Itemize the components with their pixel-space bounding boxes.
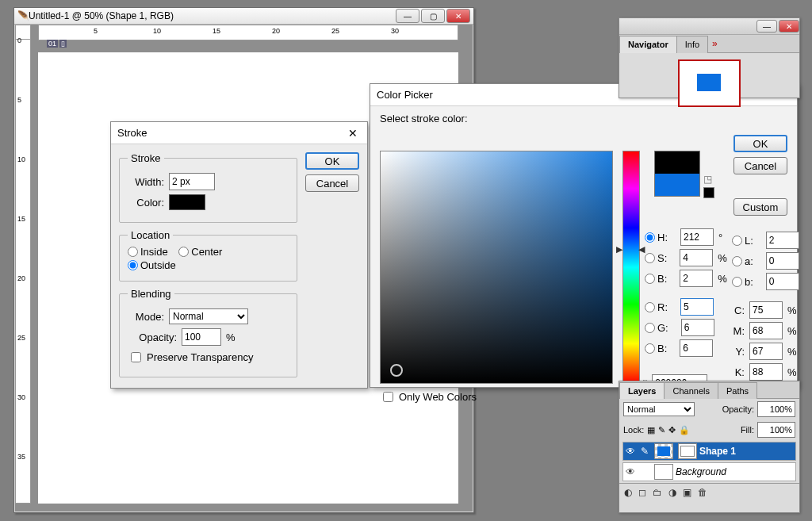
s-input[interactable] [680,249,713,266]
tab-channels[interactable]: Channels [664,382,718,399]
navigator-thumbnail[interactable] [678,59,741,107]
stroke-color-label: Color: [128,197,164,209]
layer-row-shape1[interactable]: 👁 ✎ Shape 1 [622,442,796,461]
layer-mode-select[interactable]: Normal [623,402,695,416]
document-title: Untitled-1 @ 50% (Shape 1, RGB) [29,10,174,21]
radio-outside[interactable]: Outside [128,259,176,271]
tab-info[interactable]: Info [676,36,708,53]
radio-bc[interactable]: B: [645,343,667,354]
y-input[interactable] [749,343,783,360]
maximize-button[interactable]: ▢ [421,9,445,23]
stroke-cancel-button[interactable]: Cancel [305,174,359,192]
navigator-panel: — ✕ Navigator Info » [619,17,800,98]
layer-thumb[interactable] [654,464,673,480]
lock-transparent-icon[interactable]: ▦ [647,425,655,435]
stroke-width-input[interactable] [169,173,215,190]
radio-center[interactable]: Center [178,246,222,258]
blending-fieldset: Blending Mode: Normal Opacity: % Preserv… [119,288,297,377]
tab-layers[interactable]: Layers [619,382,665,399]
new-layer-icon[interactable]: ▣ [683,487,691,498]
bc-input[interactable] [680,339,713,357]
g-input[interactable] [681,319,714,336]
visibility-icon[interactable]: 👁 [623,466,638,477]
stroke-width-label: Width: [128,176,164,188]
radio-h[interactable]: H: [645,232,668,243]
layer-mask-icon[interactable]: ◻ [638,487,646,498]
m-input[interactable] [749,322,783,339]
close-button[interactable]: ✕ [446,9,470,23]
radio-b[interactable]: B: [645,273,667,285]
tab-navigator[interactable]: Navigator [619,36,677,53]
c-input[interactable] [749,301,783,319]
document-titlebar[interactable]: 🪶 Untitled-1 @ 50% (Shape 1, RGB) — ▢ ✕ [14,8,473,25]
layer-name: Background [676,466,726,477]
layer-name: Shape 1 [699,446,736,457]
radio-r[interactable]: R: [645,301,668,313]
lock-move-icon[interactable]: ✥ [668,425,676,435]
radio-s[interactable]: S: [645,252,667,264]
minimize-button[interactable]: — [396,9,419,23]
radio-l[interactable]: L: [732,235,753,247]
hue-slider[interactable] [622,151,640,384]
k-input[interactable] [749,363,783,381]
anchor-marks: 01▯ [47,40,67,48]
tab-paths[interactable]: Paths [718,382,757,399]
new-set-icon[interactable]: 🗀 [653,487,662,498]
layer-thumb[interactable] [654,443,673,459]
adjustment-icon[interactable]: ◑ [668,487,676,498]
color-field[interactable] [380,151,613,384]
layer-row-background[interactable]: 👁 Background [622,462,796,481]
picker-custom-button[interactable]: Custom [733,198,787,216]
l-input[interactable] [766,232,799,249]
lock-paint-icon[interactable]: ✎ [658,425,665,435]
r-input[interactable] [680,298,714,316]
blend-mode-label: Mode: [128,311,164,323]
picker-title: Color Picker [377,89,433,101]
panel-minimize-icon[interactable]: — [756,20,777,33]
blend-mode-select[interactable]: Normal [169,308,248,324]
preserve-transparency-checkbox[interactable]: Preserve Transparency [128,350,253,365]
picker-prompt: Select stroke color: [380,113,468,125]
stroke-dialog: Stroke ✕ Stroke Width: Color: Location I… [110,121,368,389]
lock-all-icon[interactable]: 🔒 [679,425,690,435]
panel-close-icon[interactable]: ✕ [779,20,799,33]
stroke-color-swatch[interactable] [169,194,205,210]
visibility-icon[interactable]: 👁 [623,446,638,457]
layers-panel: Layers Channels Paths Normal Opacity: Lo… [619,381,800,513]
cube-icon[interactable]: ◳ [703,174,712,185]
layer-mask-thumb[interactable] [678,443,697,459]
radio-g[interactable]: G: [645,322,668,334]
fill-label: Fill: [741,425,754,435]
ruler-horizontal[interactable]: 05 1015 2025 30 [38,25,458,40]
bval-input[interactable] [680,270,713,287]
fill-input[interactable] [757,422,795,438]
picker-cancel-button[interactable]: Cancel [733,157,787,174]
color-picker-dialog: Color Picker ✕ Select stroke color: ▶◀ ◳… [370,83,798,388]
layer-opacity-input[interactable] [757,401,795,417]
close-icon[interactable]: ✕ [345,127,361,140]
opacity-label: Opacity: [128,331,177,343]
paint-link-icon[interactable]: ✎ [638,446,652,457]
app-icon: 🪶 [17,10,29,21]
radio-a[interactable]: a: [732,255,753,267]
lb-input[interactable] [766,273,799,290]
picker-ok-button[interactable]: OK [733,135,787,152]
stroke-dialog-titlebar[interactable]: Stroke ✕ [111,122,367,144]
opacity-input[interactable] [182,328,221,346]
ruler-vertical[interactable]: 05 1015 2025 3035 [15,39,31,504]
radio-lb[interactable]: b: [732,276,753,288]
stroke-fieldset: Stroke Width: Color: [119,152,297,223]
a-input[interactable] [766,252,799,270]
stroke-ok-button[interactable]: OK [305,152,359,170]
location-fieldset: Location Inside Center Outside [119,229,297,282]
current-color-swatch[interactable] [654,151,700,197]
layer-opacity-label: Opacity: [722,404,754,414]
panel-menu-icon[interactable]: » [707,35,722,52]
web-safe-swatch[interactable] [703,187,714,198]
layer-style-icon[interactable]: ◐ [624,487,632,498]
only-web-checkbox[interactable]: Only Web Colors [380,389,477,404]
radio-inside[interactable]: Inside [128,246,168,258]
delete-layer-icon[interactable]: 🗑 [698,487,707,498]
h-input[interactable] [680,228,714,246]
color-field-cursor [390,364,403,377]
